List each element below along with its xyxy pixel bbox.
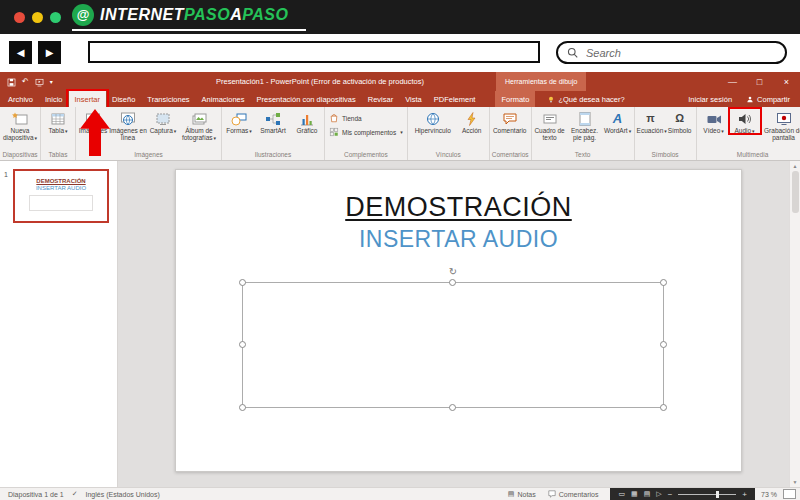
- lightbulb-icon: [547, 95, 555, 104]
- slideshow-icon[interactable]: [35, 73, 44, 91]
- screen-recording-button[interactable]: Grabación de pantalla: [761, 109, 800, 141]
- notes-icon: ▤: [508, 490, 515, 498]
- content-placeholder[interactable]: ↻: [242, 282, 664, 408]
- ppt-titlebar: ↶ ▾ Presentación1 - PowerPoint (Error de…: [0, 72, 800, 91]
- comment-bubble-icon: [548, 490, 556, 498]
- smartart-button[interactable]: SmartArt: [255, 109, 291, 134]
- rotate-handle-icon[interactable]: ↻: [449, 266, 457, 277]
- action-button[interactable]: Acción: [457, 109, 487, 134]
- green-dot-icon: [50, 12, 61, 23]
- selection-handle[interactable]: [660, 404, 667, 411]
- search-box[interactable]: [556, 41, 787, 64]
- group-label-tablas: Tablas: [43, 150, 73, 160]
- tab-archivo[interactable]: Archivo: [2, 91, 39, 107]
- back-button[interactable]: ◀: [9, 41, 32, 64]
- group-label-complementos: Complementos: [327, 150, 405, 160]
- slideshow-view-icon[interactable]: ▷: [656, 490, 661, 498]
- window-controls: — □ ×: [719, 72, 800, 91]
- selection-handle[interactable]: [239, 279, 246, 286]
- slide-title-text[interactable]: DEMOSTRACIÓN: [176, 192, 741, 223]
- tab-diseno[interactable]: Diseño: [106, 91, 141, 107]
- header-footer-button[interactable]: Encabez. pie pág.: [567, 109, 603, 141]
- text-box-button[interactable]: Cuadro de texto: [534, 109, 566, 141]
- table-button[interactable]: Tabla▾: [43, 109, 73, 135]
- online-pictures-button[interactable]: Imágenes en línea: [109, 109, 147, 141]
- symbol-button[interactable]: Ω Símbolo: [666, 109, 694, 134]
- chart-icon: [299, 110, 315, 127]
- screenshot-icon: [155, 110, 171, 127]
- slide[interactable]: DEMOSTRACIÓN INSERTAR AUDIO ↻: [175, 169, 742, 472]
- zoom-slider-thumb[interactable]: [716, 491, 719, 498]
- share-button[interactable]: Compartir: [746, 95, 790, 104]
- screenshot-button[interactable]: Captura▾: [148, 109, 178, 135]
- zoom-slider[interactable]: [678, 494, 736, 495]
- tab-transiciones[interactable]: Transiciones: [141, 91, 195, 107]
- my-addins-button[interactable]: Mis complementos ▾: [327, 126, 405, 138]
- new-slide-button[interactable]: Nueva diapositiva▾: [2, 109, 38, 142]
- tab-insertar[interactable]: Insertar: [69, 91, 106, 107]
- tab-inicio[interactable]: Inicio: [39, 91, 69, 107]
- slide-thumbnail-panel: 1 DEMOSTRACIÓN INSERTAR AUDIO: [0, 161, 118, 487]
- zoom-level[interactable]: 73 %: [761, 491, 777, 498]
- group-complementos: Tienda Mis complementos ▾ Complementos: [325, 107, 408, 160]
- selection-handle[interactable]: [449, 279, 456, 286]
- tab-revisar[interactable]: Revisar: [362, 91, 399, 107]
- slide-thumbnail[interactable]: DEMOSTRACIÓN INSERTAR AUDIO: [13, 169, 109, 223]
- sign-in-link[interactable]: Iniciar sesión: [688, 95, 732, 104]
- scroll-down-icon[interactable]: ▼: [793, 477, 798, 487]
- comments-button[interactable]: Comentarios: [548, 490, 599, 498]
- selection-handle[interactable]: [239, 404, 246, 411]
- search-input[interactable]: [584, 46, 776, 60]
- undo-icon[interactable]: ↶: [22, 77, 29, 86]
- tab-vista[interactable]: Vista: [399, 91, 428, 107]
- spell-check-icon[interactable]: ✓: [72, 490, 78, 498]
- zoom-out-icon[interactable]: −: [668, 490, 673, 499]
- equation-button[interactable]: π Ecuación▾: [637, 109, 665, 135]
- video-icon: [706, 110, 722, 127]
- window-title: Presentación1 - PowerPoint (Error de act…: [216, 72, 424, 91]
- language-indicator[interactable]: Inglés (Estados Unidos): [86, 491, 160, 498]
- contextual-tools-label: Herramientas de dibujo: [496, 72, 586, 91]
- slide-subtitle-text[interactable]: INSERTAR AUDIO: [176, 226, 741, 253]
- video-button[interactable]: Vídeo▾: [699, 109, 729, 135]
- shapes-icon: [231, 110, 247, 127]
- minimize-button[interactable]: —: [719, 72, 746, 91]
- addins-icon: [329, 127, 339, 137]
- save-icon[interactable]: [7, 73, 16, 91]
- normal-view-icon[interactable]: ▭: [618, 490, 625, 498]
- close-button[interactable]: ×: [773, 72, 800, 91]
- photo-album-button[interactable]: Álbum de fotografías▾: [179, 109, 219, 142]
- vertical-scrollbar[interactable]: ▲ ▼: [789, 161, 800, 487]
- hyperlink-button[interactable]: Hipervínculo: [410, 109, 456, 134]
- zoom-in-icon[interactable]: +: [742, 490, 747, 499]
- slide-sorter-view-icon[interactable]: ▦: [631, 490, 638, 498]
- selection-handle[interactable]: [660, 341, 667, 348]
- reading-view-icon[interactable]: ▤: [644, 490, 651, 498]
- tab-pdfelement[interactable]: PDFelement: [428, 91, 482, 107]
- notes-button[interactable]: ▤Notas: [508, 490, 536, 498]
- tell-me-box[interactable]: ¿Qué desea hacer?: [547, 91, 624, 107]
- audio-button[interactable]: Audio▾: [730, 109, 760, 135]
- forward-button[interactable]: ▶: [38, 41, 61, 64]
- wordart-button[interactable]: A WordArt▾: [604, 109, 632, 135]
- address-bar[interactable]: [88, 41, 540, 63]
- fit-to-window-button[interactable]: [783, 489, 796, 499]
- window-dots: [14, 12, 61, 23]
- qat-customize-icon[interactable]: ▾: [50, 78, 53, 85]
- scroll-up-icon[interactable]: ▲: [793, 161, 798, 171]
- photo-album-icon: [191, 110, 207, 127]
- tab-animaciones[interactable]: Animaciones: [196, 91, 251, 107]
- group-texto: Cuadro de texto Encabez. pie pág. A Word…: [532, 107, 635, 160]
- selection-handle[interactable]: [239, 341, 246, 348]
- chart-button[interactable]: Gráfico: [292, 109, 322, 134]
- maximize-button[interactable]: □: [746, 72, 773, 91]
- slide-counter: Diapositiva 1 de 1: [8, 491, 64, 498]
- comment-button[interactable]: Comentario: [492, 109, 528, 134]
- tab-presentacion[interactable]: Presentación con diapositivas: [251, 91, 362, 107]
- tab-formato[interactable]: Formato: [495, 91, 535, 107]
- scrollbar-thumb[interactable]: [792, 171, 799, 213]
- selection-handle[interactable]: [660, 279, 667, 286]
- selection-handle[interactable]: [449, 404, 456, 411]
- store-button[interactable]: Tienda: [327, 112, 405, 124]
- shapes-button[interactable]: Formas▾: [224, 109, 254, 135]
